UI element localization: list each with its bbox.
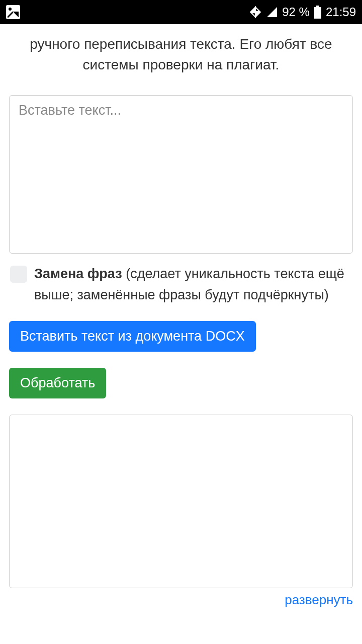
status-right: 92 % 21:59 bbox=[249, 5, 356, 19]
insert-docx-button[interactable]: Вставить текст из документа DOCX bbox=[9, 321, 256, 352]
intro-text: ручного переписывания текста. Его любят … bbox=[9, 24, 353, 95]
battery-percent: 92 % bbox=[282, 5, 310, 19]
status-time: 21:59 bbox=[326, 5, 356, 19]
replace-phrases-row[interactable]: Замена фраз (сделает уникальность текста… bbox=[9, 264, 353, 306]
status-left bbox=[6, 5, 20, 19]
main-content: ручного переписывания текста. Его любят … bbox=[0, 24, 362, 608]
battery-icon bbox=[314, 6, 322, 19]
replace-phrases-checkbox[interactable] bbox=[10, 266, 27, 283]
picture-icon bbox=[6, 5, 20, 19]
input-textarea[interactable] bbox=[9, 95, 353, 254]
status-bar: 92 % 21:59 bbox=[0, 0, 362, 24]
process-button[interactable]: Обработать bbox=[9, 368, 106, 398]
signal-icon bbox=[266, 6, 278, 18]
replace-phrases-label-bold: Замена фраз bbox=[34, 266, 122, 281]
wifi-icon bbox=[249, 6, 262, 19]
svg-rect-1 bbox=[314, 7, 321, 19]
replace-phrases-label: Замена фраз (сделает уникальность текста… bbox=[34, 264, 352, 306]
expand-link[interactable]: развернуть bbox=[9, 592, 353, 608]
output-textarea[interactable] bbox=[9, 415, 353, 588]
svg-rect-0 bbox=[316, 6, 319, 7]
